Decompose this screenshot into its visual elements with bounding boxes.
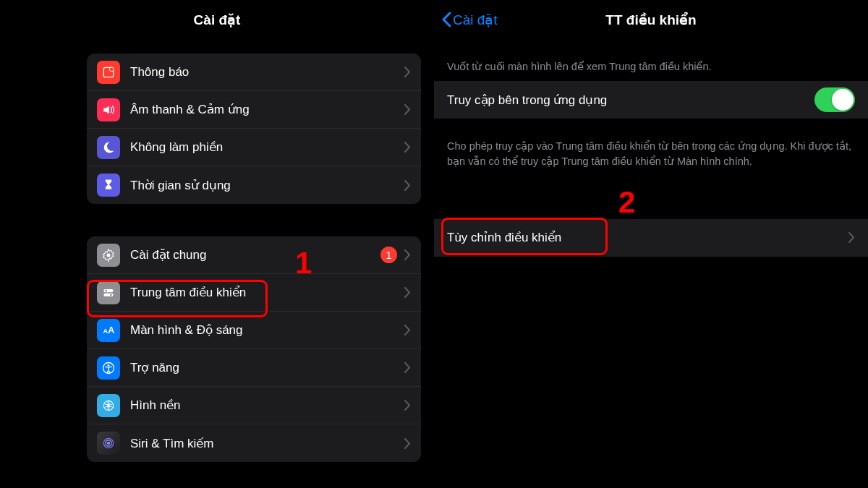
chevron-right-icon bbox=[404, 362, 411, 373]
chevron-right-icon bbox=[404, 438, 411, 449]
control-center-screen: Cài đặt TT điều khiển Vuốt từ cuối màn h… bbox=[434, 0, 868, 488]
row-label: Cài đặt chung bbox=[130, 247, 380, 262]
row-label: Không làm phiền bbox=[130, 140, 404, 155]
access-group: Truy cập bên trong ứng dụng bbox=[434, 81, 868, 119]
row-wallpaper[interactable]: Hình nền bbox=[87, 387, 421, 424]
row-label: Siri & Tìm kiếm bbox=[130, 436, 404, 451]
svg-rect-5 bbox=[103, 293, 113, 296]
back-button[interactable]: Cài đặt bbox=[441, 0, 498, 39]
chevron-right-icon bbox=[404, 325, 411, 335]
svg-point-4 bbox=[105, 289, 107, 291]
control-center-content: Vuốt từ cuối màn hình lên để xem Trung t… bbox=[434, 39, 868, 257]
svg-point-10 bbox=[108, 364, 110, 366]
page-title: TT điều khiển bbox=[605, 12, 696, 28]
row-label: Âm thanh & Cảm ứng bbox=[130, 102, 404, 117]
settings-screen: Cài đặt Thông báo Âm thanh & Cảm ứng bbox=[0, 0, 434, 488]
customize-group: Tùy chỉnh điều khiển bbox=[434, 219, 868, 257]
chevron-right-icon bbox=[404, 400, 411, 411]
row-access-within-apps[interactable]: Truy cập bên trong ứng dụng bbox=[434, 81, 868, 119]
chevron-right-icon bbox=[848, 232, 855, 243]
nav-bar-right: Cài đặt TT điều khiển bbox=[434, 0, 868, 39]
nav-bar-left: Cài đặt bbox=[0, 0, 434, 39]
chevron-right-icon bbox=[404, 67, 411, 77]
chevron-right-icon bbox=[404, 142, 411, 153]
settings-content: Thông báo Âm thanh & Cảm ứng Không làm p… bbox=[0, 39, 434, 488]
page-title: Cài đặt bbox=[194, 12, 241, 28]
row-accessibility[interactable]: Trợ năng bbox=[87, 349, 421, 387]
wallpaper-icon bbox=[97, 394, 120, 417]
row-dnd[interactable]: Không làm phiền bbox=[87, 129, 421, 166]
row-sounds[interactable]: Âm thanh & Cảm ứng bbox=[87, 91, 421, 129]
accessibility-icon bbox=[97, 356, 120, 380]
row-label: Hình nền bbox=[130, 398, 404, 413]
svg-rect-3 bbox=[103, 289, 113, 292]
row-label: Trung tâm điều khiển bbox=[130, 285, 404, 300]
toggles-icon bbox=[97, 281, 120, 304]
row-siri[interactable]: Siri & Tìm kiếm bbox=[87, 424, 421, 462]
row-general[interactable]: Cài đặt chung 1 bbox=[87, 236, 421, 274]
row-customize-controls[interactable]: Tùy chỉnh điều khiển bbox=[434, 219, 868, 257]
settings-group-2: Cài đặt chung 1 Trung tâm điều khiển AA … bbox=[87, 236, 421, 462]
svg-point-15 bbox=[107, 442, 110, 445]
chevron-right-icon bbox=[404, 104, 411, 115]
row-label: Thời gian sử dụng bbox=[130, 178, 404, 193]
row-notifications[interactable]: Thông báo bbox=[87, 53, 421, 91]
notification-badge: 1 bbox=[380, 247, 397, 263]
back-label: Cài đặt bbox=[453, 12, 498, 28]
row-label: Màn hình & Độ sáng bbox=[130, 322, 404, 338]
hint-top: Vuốt từ cuối màn hình lên để xem Trung t… bbox=[434, 39, 868, 81]
chevron-right-icon bbox=[404, 180, 411, 191]
chevron-right-icon bbox=[404, 287, 411, 298]
chevron-right-icon bbox=[404, 249, 411, 260]
svg-text:A: A bbox=[108, 325, 114, 335]
row-control-center[interactable]: Trung tâm điều khiển bbox=[87, 274, 421, 312]
moon-icon bbox=[97, 136, 120, 159]
svg-point-6 bbox=[110, 294, 112, 296]
row-display[interactable]: AA Màn hình & Độ sáng bbox=[87, 312, 421, 349]
settings-group-1: Thông báo Âm thanh & Cảm ứng Không làm p… bbox=[87, 53, 421, 204]
chevron-left-icon bbox=[441, 12, 451, 27]
sounds-icon bbox=[97, 98, 120, 121]
hint-access: Cho phép truy cập vào Trung tâm điều khi… bbox=[434, 119, 868, 176]
row-screentime[interactable]: Thời gian sử dụng bbox=[87, 166, 421, 204]
row-label: Tùy chỉnh điều khiển bbox=[447, 230, 848, 245]
siri-icon bbox=[97, 432, 120, 455]
notifications-icon bbox=[97, 61, 120, 84]
text-size-icon: AA bbox=[97, 319, 120, 342]
svg-point-2 bbox=[107, 253, 111, 257]
hourglass-icon bbox=[97, 174, 120, 197]
gear-icon bbox=[97, 244, 120, 267]
row-label: Trợ năng bbox=[130, 360, 404, 375]
row-label: Truy cập bên trong ứng dụng bbox=[447, 93, 814, 108]
row-label: Thông báo bbox=[130, 65, 404, 80]
svg-point-1 bbox=[109, 67, 114, 71]
toggle-access-within-apps[interactable] bbox=[814, 87, 855, 112]
